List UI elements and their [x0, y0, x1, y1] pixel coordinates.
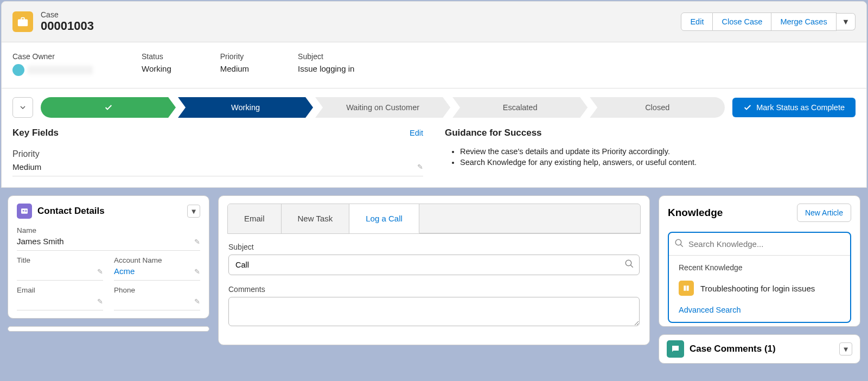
svg-line-5 — [630, 265, 633, 268]
cd-email-label: Email — [17, 286, 103, 294]
guidance-item: Review the case's details and update its… — [460, 147, 856, 156]
knowledge-title: Knowledge — [668, 207, 723, 219]
activity-card: Email New Task Log a Call Subject Commen… — [218, 195, 650, 345]
new-article-button[interactable]: New Article — [797, 204, 851, 222]
path-section: Working Waiting on Customer Escalated Cl… — [1, 88, 867, 188]
more-actions-button[interactable]: ▼ — [837, 13, 856, 30]
svg-point-4 — [626, 260, 631, 266]
path-stage-complete[interactable] — [41, 97, 176, 118]
main-columns: Contact Details ▼ Name James Smith✎ Titl… — [8, 195, 860, 364]
object-label: Case — [41, 10, 94, 19]
svg-rect-3 — [25, 211, 27, 212]
path-stage-closed[interactable]: Closed — [590, 97, 725, 118]
activity-tabs: Email New Task Log a Call — [227, 204, 641, 234]
cd-account-link[interactable]: Acme — [114, 266, 135, 276]
svg-point-1 — [23, 210, 24, 212]
edit-button[interactable]: Edit — [681, 12, 713, 31]
svg-rect-2 — [25, 210, 27, 211]
header-titles: Case 00001003 — [41, 10, 94, 33]
mark-complete-label: Mark Status as Complete — [756, 103, 845, 112]
edit-account-icon[interactable]: ✎ — [194, 268, 200, 276]
guidance-item: Search Knowledge for any existing help, … — [460, 158, 856, 167]
edit-email-icon[interactable]: ✎ — [97, 297, 103, 306]
subject-value: Issue logging in — [298, 64, 354, 73]
status-field: Status Working — [142, 52, 171, 76]
comments-icon — [667, 340, 684, 358]
contact-details-menu-button[interactable]: ▼ — [187, 205, 200, 218]
comments-input[interactable] — [228, 297, 640, 326]
case-comments-menu-button[interactable]: ▼ — [839, 342, 852, 355]
cd-name-value: James Smith — [17, 237, 64, 246]
advanced-search-link[interactable]: Advanced Search — [679, 306, 840, 314]
record-number: 00001003 — [41, 19, 94, 33]
knowledge-search-input[interactable] — [684, 233, 845, 255]
header-actions: Edit Close Case Merge Cases ▼ — [681, 12, 856, 31]
article-icon — [679, 281, 694, 296]
path-stage-working[interactable]: Working — [178, 97, 313, 118]
knowledge-card: Knowledge New Article Recent Knowledge — [659, 195, 860, 327]
priority-value: Medium — [220, 64, 249, 73]
edit-phone-icon[interactable]: ✎ — [194, 297, 200, 306]
case-comments-card: Case Comments (1) ▼ — [659, 334, 860, 364]
subject-label: Subject — [298, 52, 354, 61]
priority-label: Priority — [220, 52, 249, 61]
kf-priority-label: Priority — [12, 149, 423, 159]
tab-log-call[interactable]: Log a Call — [349, 204, 419, 233]
edit-name-icon[interactable]: ✎ — [194, 238, 200, 246]
owner-field: Case Owner — [12, 52, 93, 76]
path-stages: Working Waiting on Customer Escalated Cl… — [41, 97, 725, 118]
cd-title-label: Title — [17, 256, 103, 264]
cd-account-label: Account Name — [114, 256, 200, 264]
case-comments-title: Case Comments (1) — [690, 344, 776, 354]
close-case-button[interactable]: Close Case — [713, 12, 771, 31]
search-icon — [674, 238, 684, 250]
left-card-stub — [8, 326, 209, 332]
case-icon — [12, 11, 33, 32]
mark-complete-button[interactable]: Mark Status as Complete — [732, 98, 856, 117]
cd-name-label: Name — [17, 226, 200, 234]
edit-priority-icon[interactable]: ✎ — [417, 163, 423, 171]
key-fields-edit-link[interactable]: Edit — [410, 129, 423, 137]
tab-spacer — [419, 204, 640, 233]
priority-field: Priority Medium — [220, 52, 249, 76]
knowledge-search-wrap: Recent Knowledge Troubleshooting for log… — [668, 232, 851, 323]
owner-value — [12, 64, 93, 76]
subject-input[interactable] — [228, 255, 640, 275]
edit-title-icon[interactable]: ✎ — [97, 268, 103, 276]
status-label: Status — [142, 52, 171, 61]
kf-priority-value: Medium ✎ — [12, 162, 423, 176]
tab-new-task[interactable]: New Task — [282, 204, 350, 233]
subject-label: Subject — [228, 243, 640, 251]
path-stage-waiting[interactable]: Waiting on Customer — [315, 97, 450, 118]
status-value: Working — [142, 64, 171, 73]
recent-knowledge-label: Recent Knowledge — [679, 263, 840, 272]
path-expand-button[interactable] — [12, 97, 33, 118]
guidance-title: Guidance for Success — [445, 128, 856, 138]
knowledge-item-title: Troubleshooting for login issues — [700, 284, 815, 293]
owner-avatar-icon — [12, 64, 24, 76]
cd-phone-label: Phone — [114, 286, 200, 294]
contact-details-card: Contact Details ▼ Name James Smith✎ Titl… — [8, 195, 209, 319]
key-fields-title: Key Fields — [12, 128, 59, 138]
owner-name-link[interactable] — [28, 66, 93, 74]
svg-point-6 — [675, 239, 681, 245]
guidance: Guidance for Success Review the case's d… — [445, 128, 856, 176]
tab-email[interactable]: Email — [228, 204, 282, 233]
highlights-panel: Case Owner Status Working Priority Mediu… — [1, 42, 867, 88]
subject-field: Subject Issue logging in — [298, 52, 354, 76]
knowledge-item[interactable]: Troubleshooting for login issues — [679, 281, 840, 296]
merge-cases-button[interactable]: Merge Cases — [771, 12, 836, 31]
path-stage-escalated[interactable]: Escalated — [452, 97, 588, 118]
header-left: Case 00001003 — [12, 10, 94, 33]
page-header: Case 00001003 Edit Close Case Merge Case… — [1, 1, 867, 42]
contact-details-title: Contact Details — [37, 206, 105, 217]
comments-label: Comments — [228, 285, 640, 294]
owner-label: Case Owner — [12, 52, 93, 61]
key-fields: Key Fields Edit Priority Medium ✎ — [12, 128, 423, 176]
kf-priority-text: Medium — [12, 162, 41, 172]
contact-icon — [17, 204, 32, 219]
svg-line-7 — [680, 244, 683, 247]
subject-lookup-icon[interactable] — [624, 259, 634, 271]
